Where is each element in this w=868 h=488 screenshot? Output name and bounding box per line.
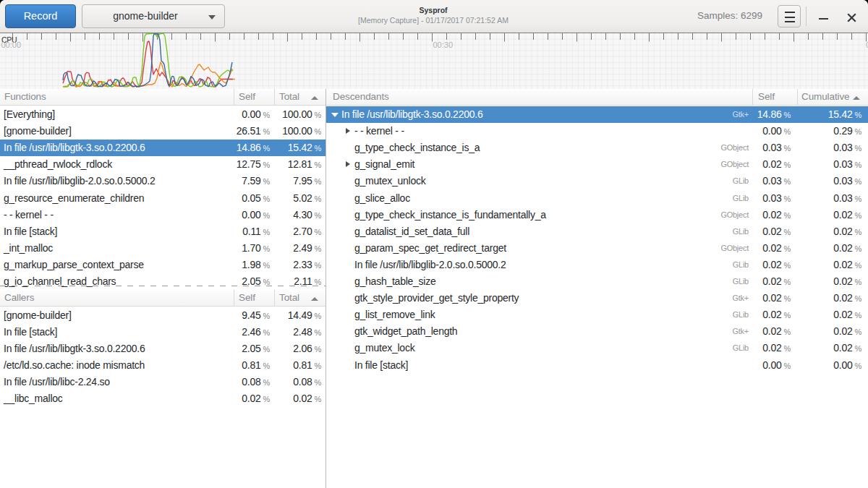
svg-text:00:30: 00:30: [433, 40, 454, 49]
svg-text:00:00: 00:00: [1, 40, 22, 49]
